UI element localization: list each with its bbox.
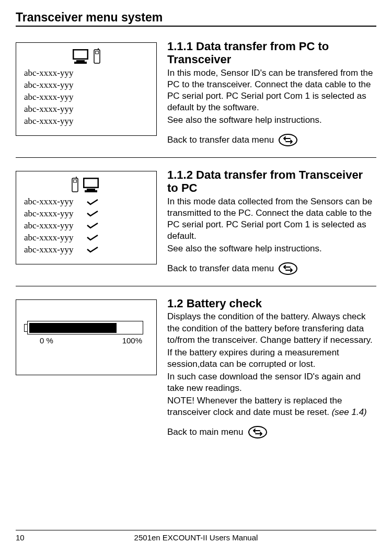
monitor-icon xyxy=(72,48,90,65)
svg-point-15 xyxy=(279,263,297,274)
section-heading: 1.2 Battery check xyxy=(167,297,376,310)
list-item: abc-xxxx-yyy xyxy=(24,67,148,79)
footer-title: 2501en EXCOUNT-II Users Manual xyxy=(42,533,376,542)
section-heading: 1.1.1 Data transfer from PC to Transceiv… xyxy=(167,40,376,66)
check-icon xyxy=(86,234,99,241)
svg-rect-5 xyxy=(96,51,99,54)
transceiver-icon xyxy=(72,177,79,193)
check-icon xyxy=(86,246,99,253)
list-item: abc-xxxx-yyy xyxy=(24,232,148,244)
body-paragraph: See also the software help instructions. xyxy=(167,243,376,255)
list-item: abc-xxxx-yyy xyxy=(24,208,148,220)
list-item: abc-xxxx-yyy xyxy=(24,244,148,256)
sensor-id-list: abc-xxxx-yyy abc-xxxx-yyy abc-xxxx-yyy a… xyxy=(24,67,148,128)
back-icon xyxy=(248,425,268,439)
list-item: abc-xxxx-yyy xyxy=(24,103,148,115)
page-footer: 10 2501en EXCOUNT-II Users Manual xyxy=(16,530,376,542)
section-1-1-1: abc-xxxx-yyy abc-xxxx-yyy abc-xxxx-yyy a… xyxy=(16,40,376,158)
svg-rect-9 xyxy=(74,180,77,182)
transceiver-icon xyxy=(94,48,101,65)
back-icon xyxy=(278,262,298,275)
back-label: Back to main menu xyxy=(167,427,244,437)
sensor-id-list: abc-xxxx-yyy abc-xxxx-yyy abc-xxxx-yyy a… xyxy=(24,196,148,256)
body-paragraph: NOTE! Whenever the battery is replaced t… xyxy=(167,395,376,418)
illustration-transceiver-to-pc: abc-xxxx-yyy abc-xxxx-yyy abc-xxxx-yyy a… xyxy=(16,168,157,275)
page-number: 10 xyxy=(16,533,42,542)
back-label: Back to transfer data menu xyxy=(167,263,274,274)
list-item: abc-xxxx-yyy xyxy=(24,91,148,103)
list-item: abc-xxxx-yyy xyxy=(24,79,148,91)
body-paragraph: In this mode, Sensor ID's can be transfe… xyxy=(167,67,376,113)
battery-high-label: 100% xyxy=(122,336,142,345)
body-paragraph: In such case download the sensor ID's ag… xyxy=(167,371,376,394)
section-heading: 1.1.2 Data transfer from Transceiver to … xyxy=(167,168,376,195)
svg-point-16 xyxy=(249,426,267,438)
monitor-icon xyxy=(82,177,101,193)
battery-fill xyxy=(29,323,117,333)
svg-point-7 xyxy=(279,134,297,146)
check-icon xyxy=(86,222,99,229)
svg-rect-8 xyxy=(72,178,78,192)
body-paragraph: In this mode data collected from the Sen… xyxy=(167,196,376,242)
back-icon xyxy=(278,133,298,147)
svg-rect-1 xyxy=(74,51,87,59)
body-paragraph: See also the software help instructions. xyxy=(167,114,376,126)
check-icon xyxy=(86,210,99,217)
svg-rect-3 xyxy=(74,62,87,64)
svg-rect-4 xyxy=(94,50,100,63)
list-item: abc-xxxx-yyy xyxy=(24,115,148,128)
list-item: abc-xxxx-yyy xyxy=(24,196,148,208)
section-1-2: 0 % 100% 1.2 Battery check Displays the … xyxy=(16,297,376,449)
back-label: Back to transfer data menu xyxy=(167,135,274,145)
illustration-battery: 0 % 100% xyxy=(16,297,157,439)
svg-rect-13 xyxy=(87,189,95,190)
list-item: abc-xxxx-yyy xyxy=(24,220,148,232)
illustration-pc-to-transceiver: abc-xxxx-yyy abc-xxxx-yyy abc-xxxx-yyy a… xyxy=(16,40,157,147)
battery-gauge xyxy=(24,321,143,334)
page-title: Transceiver menu system xyxy=(16,10,376,27)
body-paragraph: If the battery expires during a measurem… xyxy=(167,347,376,370)
battery-low-label: 0 % xyxy=(40,336,53,345)
body-paragraph: Displays the condition of the battery. A… xyxy=(167,311,376,345)
svg-rect-2 xyxy=(76,60,85,62)
svg-rect-12 xyxy=(85,179,98,187)
section-1-1-2: abc-xxxx-yyy abc-xxxx-yyy abc-xxxx-yyy a… xyxy=(16,168,376,286)
svg-rect-14 xyxy=(85,190,97,192)
check-icon xyxy=(86,199,99,206)
